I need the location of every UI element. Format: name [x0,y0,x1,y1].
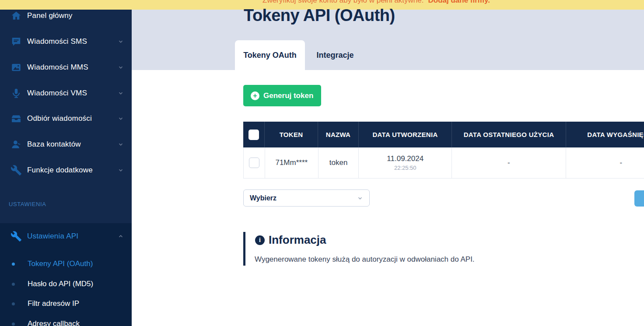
info-accent-bar [243,232,245,266]
chevron-down-icon [357,195,363,201]
contacts-icon [10,139,22,150]
page-title: Tokeny API (OAuth) [244,6,395,25]
sidebar-item-label: Panel główny [27,11,73,20]
sidebar-subitem-haslo-api[interactable]: Hasło do API (MD5) [0,278,132,290]
banner-add-company-link[interactable]: Dodaj dane firmy. [428,0,490,4]
microphone-icon [10,88,22,99]
row-select-cell [244,147,265,178]
sidebar-item-label: Wiadomości VMS [27,89,87,98]
sidebar-subitem-label: Tokeny API (OAuth) [28,259,93,268]
image-icon [10,62,22,73]
sidebar-subitem-adresy-callback[interactable]: Adresy callback [0,318,132,326]
bullet-icon [12,322,15,326]
table-header-row: TOKEN NAZWA DATA UTWORZENIA DATA OSTATNI… [243,122,644,147]
expiry-value: - [620,158,622,167]
last-used-value: - [508,158,510,167]
sidebar-item-baza-kontaktow[interactable]: Baza kontaktów [0,137,132,152]
sidebar-item-label: Odbiór wiadomości [27,114,92,123]
created-time: 22:25:50 [394,165,416,171]
sidebar-subitem-label: Filtr adresów IP [28,299,79,308]
plus-circle-icon: + [251,91,259,100]
sidebar-item-label: Funkcje dodatkowe [27,166,93,175]
sidebar-item-label: Baza kontaktów [27,140,81,149]
chevron-up-icon [118,233,124,239]
token-value: 71Mm**** [275,158,308,167]
sidebar-item-panel-glowny[interactable]: Panel główny [0,8,132,24]
sidebar-item-label: Wiadomości SMS [27,37,87,46]
tab-integracje[interactable]: Integracje [309,40,361,70]
column-header-data-ostatniego-uzycia: DATA OSTATNIEGO UŻYCIA [464,131,554,138]
info-title: Informacja [269,233,326,247]
chevron-down-icon [118,116,124,122]
banner-message: Zweryfikuj swoje konto aby było w pełni … [262,0,424,4]
sidebar-item-ustawienia-api[interactable]: Ustawienia API [0,228,132,244]
verification-banner-text: Zweryfikuj swoje konto aby było w pełni … [262,0,490,5]
column-header-data-utworzenia: DATA UTWORZENIA [372,131,438,138]
token-name: token [329,158,348,167]
generate-token-button[interactable]: + Generuj token [243,85,321,106]
inbox-icon [10,113,22,124]
wrench-icon [10,165,22,176]
info-icon: i [255,235,265,245]
row-checkbox[interactable] [249,158,259,168]
chevron-down-icon [118,141,124,147]
sidebar-item-wiadomosci-sms[interactable]: Wiadomości SMS [0,34,132,49]
wrench-icon [10,231,22,242]
tab-label: Integracje [316,51,354,60]
sidebar-item-label: Wiadomości MMS [27,63,88,72]
created-date: 11.09.2024 [387,154,424,163]
chevron-down-icon [118,64,124,70]
sidebar-subitem-filtr-ip[interactable]: Filtr adresów IP [0,298,132,309]
chevron-down-icon [118,167,124,173]
info-text: Wygenerowane tokeny służą do autoryzacji… [255,255,475,264]
table-row: 71Mm**** token 11.09.2024 22:25:50 - - [243,147,644,179]
bulk-action-selected-value: Wybierz [250,194,357,202]
column-header-token: TOKEN [280,131,303,138]
tokens-table: TOKEN NAZWA DATA UTWORZENIA DATA OSTATNI… [243,122,644,179]
sidebar-settings-group: Ustawienia API Tokeny API (OAuth) Hasło … [0,223,132,326]
sidebar-subitem-label: Adresy callback [28,319,80,326]
tab-tokeny-oauth[interactable]: Tokeny OAuth [235,40,305,70]
column-header-nazwa: NAZWA [326,131,351,138]
select-all-checkbox[interactable] [248,130,259,140]
chevron-down-icon [118,39,124,45]
bullet-icon [12,283,15,286]
bulk-action-select[interactable]: Wybierz [243,189,370,207]
select-all-cell [243,122,264,147]
home-icon [10,10,22,21]
sidebar-item-wiadomosci-vms[interactable]: Wiadomości VMS [0,85,132,101]
sms-bubble-icon [10,36,22,47]
sidebar-subitem-tokeny-api[interactable]: Tokeny API (OAuth) [0,258,132,270]
app-window: Zweryfikuj swoje konto aby było w pełni … [0,0,644,326]
sidebar-item-wiadomosci-mms[interactable]: Wiadomości MMS [0,60,132,75]
chevron-down-icon [118,90,124,96]
sidebar-nav: Panel główny Wiadomości SMS Wiadomości M… [0,10,132,326]
column-header-data-wygasniecia: DATA WYGAŚNIĘCIA [587,131,644,138]
tab-label: Tokeny OAuth [243,51,297,60]
generate-token-label: Generuj token [263,91,313,100]
sidebar-item-funkcje-dodatkowe[interactable]: Funkcje dodatkowe [0,162,132,178]
sidebar-subitem-label: Hasło do API (MD5) [28,280,93,288]
clipped-blue-button[interactable] [634,190,644,207]
sidebar-section-ustawienia: USTAWIENIA [9,201,46,207]
bullet-icon [12,302,15,305]
bullet-icon [12,263,15,266]
sidebar-item-label: Ustawienia API [27,232,78,241]
sidebar-item-odbior-wiadomosci[interactable]: Odbiór wiadomości [0,111,132,126]
